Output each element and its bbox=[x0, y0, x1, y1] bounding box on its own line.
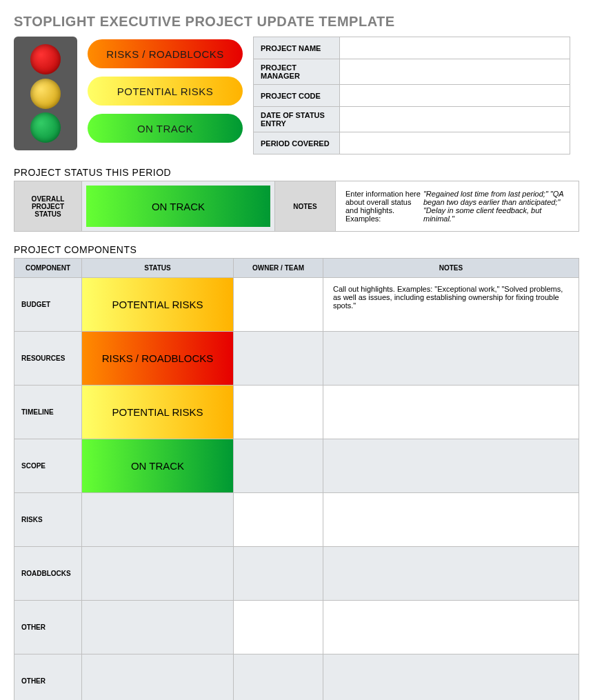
meta-row: PERIOD COVERED bbox=[254, 132, 570, 154]
component-status-cell[interactable]: ON TRACK bbox=[82, 439, 234, 493]
status-section-title: PROJECT STATUS THIS PERIOD bbox=[14, 167, 579, 178]
col-owner: OWNER / TEAM bbox=[234, 259, 323, 278]
component-notes-cell[interactable] bbox=[323, 386, 579, 439]
component-notes-cell[interactable] bbox=[323, 493, 579, 547]
component-owner-cell[interactable] bbox=[234, 439, 323, 493]
component-owner-cell[interactable] bbox=[234, 601, 323, 654]
overall-status-cell[interactable]: ON TRACK bbox=[82, 181, 275, 231]
component-status-cell[interactable]: POTENTIAL RISKS bbox=[82, 278, 234, 332]
table-row: RISKS bbox=[14, 493, 579, 547]
meta-value[interactable] bbox=[340, 132, 570, 154]
component-status-cell[interactable] bbox=[82, 654, 234, 701]
col-notes: NOTES bbox=[323, 259, 579, 278]
component-owner-cell[interactable] bbox=[234, 386, 323, 439]
page-title: STOPLIGHT EXECUTIVE PROJECT UPDATE TEMPL… bbox=[14, 14, 579, 30]
meta-value[interactable] bbox=[340, 59, 570, 85]
component-status-cell[interactable] bbox=[82, 493, 234, 547]
component-owner-cell[interactable] bbox=[234, 654, 323, 701]
meta-label: PROJECT CODE bbox=[254, 85, 340, 107]
notes-intro: Enter information here about overall sta… bbox=[345, 190, 423, 223]
legend-green: ON TRACK bbox=[88, 114, 243, 143]
component-status-cell[interactable] bbox=[82, 547, 234, 601]
component-label: BUDGET bbox=[14, 278, 82, 332]
header-row: RISKS / ROADBLOCKS POTENTIAL RISKS ON TR… bbox=[14, 37, 579, 154]
meta-label: DATE OF STATUS ENTRY bbox=[254, 107, 340, 132]
component-label: TIMELINE bbox=[14, 386, 82, 439]
table-row: TIMELINEPOTENTIAL RISKS bbox=[14, 386, 579, 439]
component-label: RESOURCES bbox=[14, 332, 82, 386]
component-status-cell[interactable]: POTENTIAL RISKS bbox=[82, 386, 234, 439]
legend-red: RISKS / ROADBLOCKS bbox=[88, 39, 243, 68]
meta-label: PROJECT NAME bbox=[254, 37, 340, 59]
table-row: OTHER bbox=[14, 601, 579, 654]
yellow-light-icon bbox=[30, 79, 61, 109]
component-notes-cell[interactable] bbox=[323, 439, 579, 493]
notes-examples: "Regained lost time from last period;" "… bbox=[423, 190, 569, 223]
component-status-cell[interactable]: RISKS / ROADBLOCKS bbox=[82, 332, 234, 386]
meta-row: PROJECT MANAGER bbox=[254, 59, 570, 85]
component-label: ROADBLOCKS bbox=[14, 547, 82, 601]
meta-row: DATE OF STATUS ENTRY bbox=[254, 107, 570, 132]
meta-label: PROJECT MANAGER bbox=[254, 59, 340, 85]
red-light-icon bbox=[30, 44, 61, 74]
component-label: RISKS bbox=[14, 493, 82, 547]
component-status-value: POTENTIAL RISKS bbox=[82, 386, 233, 439]
legend-yellow: POTENTIAL RISKS bbox=[88, 77, 243, 106]
component-status-cell[interactable] bbox=[82, 601, 234, 654]
project-meta-table: PROJECT NAMEPROJECT MANAGERPROJECT CODED… bbox=[253, 37, 570, 154]
notes-label: NOTES bbox=[275, 181, 336, 231]
table-row: SCOPEON TRACK bbox=[14, 439, 579, 493]
overall-notes-cell[interactable]: Enter information here about overall sta… bbox=[336, 181, 579, 231]
meta-row: PROJECT NAME bbox=[254, 37, 570, 59]
table-row: RESOURCESRISKS / ROADBLOCKS bbox=[14, 332, 579, 386]
component-status-value: POTENTIAL RISKS bbox=[82, 278, 233, 331]
meta-row: PROJECT CODE bbox=[254, 85, 570, 107]
table-row: ROADBLOCKS bbox=[14, 547, 579, 601]
meta-value[interactable] bbox=[340, 85, 570, 107]
status-row: OVERALL PROJECT STATUS ON TRACK NOTES En… bbox=[14, 181, 579, 232]
col-status: STATUS bbox=[82, 259, 234, 278]
component-status-value: RISKS / ROADBLOCKS bbox=[82, 332, 233, 385]
component-label: OTHER bbox=[14, 601, 82, 654]
component-status-value: ON TRACK bbox=[82, 439, 233, 492]
component-notes-cell[interactable] bbox=[323, 601, 579, 654]
overall-status-label: OVERALL PROJECT STATUS bbox=[14, 181, 82, 231]
col-component: COMPONENT bbox=[14, 259, 82, 278]
components-section-title: PROJECT COMPONENTS bbox=[14, 244, 579, 255]
component-label: SCOPE bbox=[14, 439, 82, 493]
component-label: OTHER bbox=[14, 654, 82, 701]
meta-value[interactable] bbox=[340, 37, 570, 59]
component-owner-cell[interactable] bbox=[234, 278, 323, 332]
table-row: OTHER bbox=[14, 654, 579, 701]
component-notes-cell[interactable]: Call out highlights. Examples: "Exceptio… bbox=[323, 278, 579, 332]
component-notes-cell[interactable] bbox=[323, 654, 579, 701]
overall-status-value: ON TRACK bbox=[86, 186, 270, 227]
component-notes-cell[interactable] bbox=[323, 547, 579, 601]
meta-value[interactable] bbox=[340, 107, 570, 132]
component-owner-cell[interactable] bbox=[234, 493, 323, 547]
table-row: BUDGETPOTENTIAL RISKSCall out highlights… bbox=[14, 278, 579, 332]
component-owner-cell[interactable] bbox=[234, 332, 323, 386]
components-table: COMPONENT STATUS OWNER / TEAM NOTES BUDG… bbox=[14, 258, 579, 700]
meta-label: PERIOD COVERED bbox=[254, 132, 340, 154]
component-notes-cell[interactable] bbox=[323, 332, 579, 386]
component-owner-cell[interactable] bbox=[234, 547, 323, 601]
stoplight-icon bbox=[14, 37, 77, 150]
green-light-icon bbox=[30, 112, 61, 143]
legend-column: RISKS / ROADBLOCKS POTENTIAL RISKS ON TR… bbox=[88, 37, 243, 143]
